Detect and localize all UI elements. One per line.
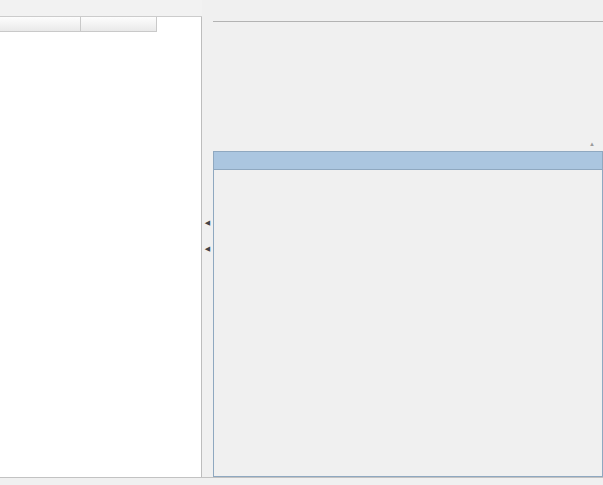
table-header-row bbox=[0, 17, 157, 32]
column-header-number[interactable] bbox=[0, 17, 81, 32]
operating-points-table[interactable] bbox=[0, 17, 157, 32]
tab-bar bbox=[213, 0, 603, 22]
status-bar bbox=[0, 477, 603, 485]
pairwise-plots-title bbox=[214, 152, 602, 170]
resize-hint-icon[interactable]: ▲ bbox=[589, 141, 595, 147]
splitter-collapse-left-icon[interactable]: ◀ bbox=[203, 218, 212, 228]
column-header-records[interactable] bbox=[81, 17, 157, 32]
operating-points-panel-title bbox=[0, 0, 205, 17]
splitter-collapse-left-icon[interactable]: ◀ bbox=[203, 244, 212, 254]
pairwise-plots-panel bbox=[213, 151, 603, 477]
panel-splitter[interactable]: ◀ ◀ bbox=[202, 0, 213, 477]
data-editor-right-region: ▲ bbox=[213, 0, 603, 477]
summary-chart: ▲ bbox=[213, 22, 603, 149]
operating-points-panel bbox=[0, 0, 202, 477]
